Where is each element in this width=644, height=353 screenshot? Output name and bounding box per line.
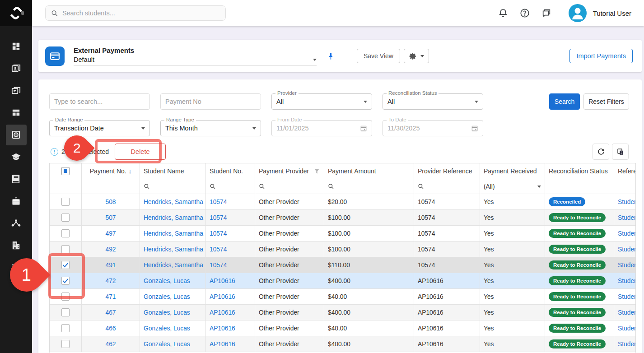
no-link[interactable]: 507 xyxy=(105,214,116,221)
no-link[interactable]: 491 xyxy=(105,262,116,269)
sidebar-item-book[interactable] xyxy=(0,168,32,190)
sno-link[interactable]: 10574 xyxy=(210,230,227,237)
row-checkbox[interactable] xyxy=(61,198,70,206)
column-header-no[interactable]: Payment No.↓ xyxy=(82,163,140,179)
no-link[interactable]: 508 xyxy=(105,199,116,205)
name-link[interactable]: Hendricks, Samantha xyxy=(144,262,203,269)
row-checkbox[interactable] xyxy=(61,324,70,332)
filter-cell-name[interactable] xyxy=(140,179,206,194)
user-name[interactable]: Tutorial User xyxy=(593,9,631,17)
name-link[interactable]: Gonzales, Lucas xyxy=(144,293,190,300)
refresh-button[interactable] xyxy=(593,144,609,160)
filter-cell-recv[interactable]: (All) xyxy=(480,179,545,194)
name-link[interactable]: Gonzales, Lucas xyxy=(144,325,190,332)
refcol-link[interactable]: Student xyxy=(618,246,636,253)
messages-button[interactable] xyxy=(536,2,557,24)
column-chooser-button[interactable] xyxy=(612,144,629,160)
help-button[interactable] xyxy=(514,2,536,24)
table-row[interactable]: 497Hendricks, Samantha10574Other Provide… xyxy=(50,226,635,242)
row-checkbox[interactable] xyxy=(61,340,70,348)
sidebar-item-payments[interactable] xyxy=(0,124,32,146)
refcol-link[interactable]: Student xyxy=(618,199,636,205)
type-to-search-input[interactable] xyxy=(49,93,150,110)
refcol-link[interactable]: Student xyxy=(618,293,636,300)
row-checkbox[interactable] xyxy=(61,245,70,253)
table-row[interactable]: 507Hendricks, Samantha10574Other Provide… xyxy=(50,210,635,226)
sno-link[interactable]: AP10616 xyxy=(210,309,235,316)
import-payments-button[interactable]: Import Payments xyxy=(569,49,633,63)
refcol-link[interactable]: Student xyxy=(618,214,636,221)
column-header-status[interactable]: Reconciliation Status xyxy=(545,163,614,179)
column-header-ref[interactable]: Provider Reference xyxy=(414,163,480,179)
sidebar-item-contacts[interactable] xyxy=(0,57,32,79)
name-link[interactable]: Gonzales, Lucas xyxy=(144,278,190,284)
view-selector[interactable]: Default xyxy=(74,56,317,65)
refcol-link[interactable]: Student xyxy=(618,262,636,269)
refcol-link[interactable]: Student xyxy=(618,230,636,237)
search-input[interactable] xyxy=(62,9,220,17)
sno-link[interactable]: 10574 xyxy=(210,246,227,253)
sidebar-item-documents[interactable] xyxy=(0,79,32,102)
no-link[interactable]: 497 xyxy=(105,230,116,237)
payment-no-input[interactable] xyxy=(160,93,261,110)
filter-cell-ref[interactable] xyxy=(414,179,480,194)
to-date-field[interactable]: To Date 11/30/2025 xyxy=(383,120,483,136)
filter-cell-sno[interactable] xyxy=(206,179,255,194)
no-link[interactable]: 462 xyxy=(105,341,116,348)
row-checkbox[interactable] xyxy=(61,261,70,269)
range-type-select[interactable]: Range Type This Month xyxy=(160,120,261,136)
refcol-link[interactable]: Student xyxy=(618,325,636,332)
table-row[interactable]: 467Gonzales, LucasAP10616Other Provider$… xyxy=(50,305,635,320)
view-settings-button[interactable] xyxy=(404,49,429,63)
sno-link[interactable]: 10574 xyxy=(210,214,227,221)
date-range-select[interactable]: Date Range Transaction Date xyxy=(49,120,150,136)
from-date-field[interactable]: From Date 11/01/2025 xyxy=(271,120,372,136)
global-search[interactable] xyxy=(45,5,226,21)
table-row[interactable]: 491Hendricks, Samantha10574Other Provide… xyxy=(50,257,635,273)
sno-link[interactable]: 10574 xyxy=(210,199,227,205)
column-header-prov[interactable]: Payment Provider xyxy=(255,163,324,179)
reconciliation-status-select[interactable]: Reconciliation Status All xyxy=(383,93,483,110)
row-checkbox[interactable] xyxy=(61,293,70,301)
sno-link[interactable]: 10574 xyxy=(210,262,227,269)
filter-cell-prov[interactable] xyxy=(255,179,324,194)
sno-link[interactable]: AP10616 xyxy=(210,341,235,348)
table-row[interactable]: 508Hendricks, Samantha10574Other Provide… xyxy=(50,194,635,210)
no-link[interactable]: 471 xyxy=(105,293,116,300)
column-header-refcol[interactable]: Reference xyxy=(614,163,636,179)
name-link[interactable]: Hendricks, Samantha xyxy=(144,199,203,205)
sidebar-item-building[interactable] xyxy=(0,234,32,256)
row-checkbox[interactable] xyxy=(61,214,70,222)
no-link[interactable]: 492 xyxy=(105,246,116,253)
select-all-checkbox[interactable] xyxy=(61,167,70,175)
name-link[interactable]: Hendricks, Samantha xyxy=(144,230,203,237)
column-header-sno[interactable]: Student No. xyxy=(206,163,255,179)
sno-link[interactable]: AP10616 xyxy=(210,293,235,300)
name-link[interactable]: Gonzales, Lucas xyxy=(144,309,190,316)
column-header-name[interactable]: Student Name xyxy=(140,163,206,179)
table-row[interactable]: 492Hendricks, Samantha10574Other Provide… xyxy=(50,242,635,257)
table-row[interactable]: 466Gonzales, LucasAP10616Other Provider$… xyxy=(50,320,635,336)
delete-button[interactable]: Delete xyxy=(115,144,166,160)
search-button[interactable]: Search xyxy=(549,93,580,110)
avatar[interactable] xyxy=(569,4,587,22)
row-checkbox[interactable] xyxy=(61,277,70,285)
no-link[interactable]: 472 xyxy=(105,278,116,284)
refcol-link[interactable]: Student xyxy=(618,309,636,316)
provider-select[interactable]: Provider All xyxy=(271,93,372,110)
table-row[interactable]: 462Gonzales, LucasAP10616Other Provider$… xyxy=(50,336,635,352)
column-header-recv[interactable]: Payment Received xyxy=(480,163,545,179)
reset-filters-button[interactable]: Reset Filters xyxy=(583,93,629,110)
row-checkbox[interactable] xyxy=(61,308,70,316)
filter-cell-amt[interactable] xyxy=(324,179,414,194)
sno-link[interactable]: AP10616 xyxy=(210,278,235,284)
refcol-link[interactable]: Student xyxy=(618,341,636,348)
row-checkbox[interactable] xyxy=(61,229,70,237)
notifications-button[interactable] xyxy=(492,2,514,24)
sidebar-item-briefcase[interactable] xyxy=(0,190,32,212)
no-link[interactable]: 466 xyxy=(105,325,116,332)
refcol-link[interactable]: Student xyxy=(618,278,636,284)
sidebar-item-network[interactable] xyxy=(0,212,32,234)
column-header-checkbox[interactable] xyxy=(50,163,82,179)
pin-view-button[interactable] xyxy=(327,52,335,60)
